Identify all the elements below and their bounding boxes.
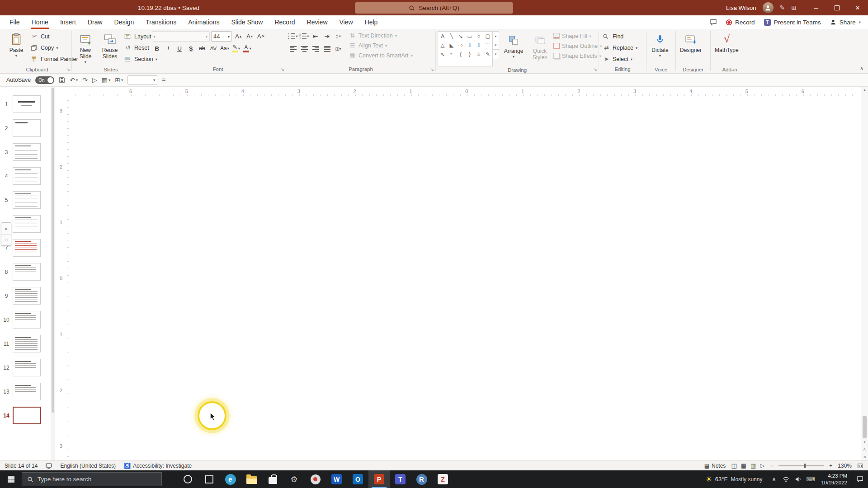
align-left-button[interactable] [288, 44, 298, 54]
text-direction-button[interactable]: ⇅Text Direction▾ [349, 31, 413, 40]
zoom-slider[interactable] [778, 465, 824, 466]
taskbar-rstudio[interactable]: R [411, 470, 432, 488]
shape-icon[interactable]: ▭ [465, 32, 474, 41]
tab-help[interactable]: Help [359, 15, 384, 29]
fit-to-window-icon[interactable] [857, 463, 863, 469]
slide-thumbnail[interactable] [13, 119, 41, 137]
shape-icon[interactable]: ↘ [456, 32, 465, 41]
slide-thumbnail[interactable] [13, 215, 41, 233]
slide-thumbnail[interactable] [13, 167, 41, 185]
numbering-button[interactable]: ▾ [299, 31, 309, 41]
tab-transitions[interactable]: Transitions [140, 15, 182, 29]
normal-view-icon[interactable]: ◫ [731, 462, 736, 469]
search-box[interactable]: Search (Alt+Q) [355, 2, 513, 14]
scrollbar-thumb[interactable] [52, 88, 54, 413]
increase-font-size-button[interactable]: A▴ [233, 32, 243, 42]
ribbon-options-icon[interactable]: ⊞ [791, 4, 797, 11]
shape-icon[interactable]: { [456, 50, 465, 59]
tab-record[interactable]: Record [269, 15, 301, 29]
gallery-more-icon[interactable]: ▾ [493, 49, 499, 59]
font-size-combo[interactable]: 44▾ [211, 31, 232, 42]
slide-canvas[interactable] [71, 98, 861, 460]
taskbar-zotero[interactable]: Z [432, 470, 453, 488]
shape-icon[interactable]: ✎ [483, 50, 492, 59]
taskbar-cortana[interactable] [177, 470, 198, 488]
slide-thumbnail[interactable] [13, 311, 41, 328]
volume-icon[interactable] [792, 470, 804, 488]
comments-icon[interactable] [710, 19, 717, 26]
slide-thumbnail[interactable] [13, 95, 41, 113]
editing-mode-icon[interactable]: ✎ [780, 4, 785, 11]
shape-icon[interactable]: A [438, 32, 447, 41]
slide-thumbnail-row[interactable]: 11 [0, 332, 55, 356]
clock[interactable]: 4:23 PM 10/19/2022 [816, 473, 852, 486]
slide-thumbnail-row[interactable]: 13 [0, 380, 55, 404]
shape-icon[interactable]: } [465, 50, 474, 59]
tab-home[interactable]: Home [26, 15, 54, 29]
shape-icon[interactable]: ☆ [474, 50, 483, 59]
underline-button[interactable]: U [175, 43, 184, 53]
tab-draw[interactable]: Draw [82, 15, 108, 29]
slide-thumbnail[interactable] [13, 407, 41, 424]
align-center-button[interactable] [299, 44, 309, 54]
autosave-toggle[interactable]: On [35, 76, 54, 84]
slide-thumbnail-row[interactable]: 8 [0, 260, 55, 284]
undo-button[interactable]: ↶▾ [70, 76, 78, 84]
slide-thumbnail[interactable] [13, 263, 41, 281]
display-settings-icon[interactable] [46, 463, 52, 469]
touch-mouse-mode-icon[interactable]: = [162, 76, 165, 84]
scrollbar-thumb[interactable] [863, 416, 867, 438]
taskbar-settings[interactable]: ⚙ [283, 470, 305, 488]
slide-thumbnail-row[interactable]: 4 [0, 164, 55, 188]
style-combo[interactable]: ▾ [127, 75, 157, 84]
hidden-icons-chevron[interactable]: ∧ [768, 470, 780, 488]
gallery-down-icon[interactable]: ▾ [493, 41, 499, 50]
decrease-indent-button[interactable]: ⇤ [311, 31, 321, 41]
shape-icon[interactable]: ▢ [483, 32, 492, 41]
shape-icon[interactable]: ◣ [447, 41, 456, 50]
shape-icon[interactable]: ≈ [447, 50, 456, 59]
scroll-up-icon[interactable]: ▴ [863, 88, 865, 92]
strikethrough-button[interactable]: ab [197, 43, 207, 53]
tab-view[interactable]: View [334, 15, 359, 29]
notification-center-icon[interactable] [852, 470, 868, 488]
slide-thumbnail-row[interactable]: 12 [0, 356, 55, 380]
arrange-button[interactable]: Arrange ▾ [501, 31, 526, 66]
shape-icon[interactable]: ⇩ [465, 41, 474, 50]
avatar[interactable] [763, 2, 774, 13]
slide-thumbnail[interactable] [13, 383, 41, 400]
network-icon[interactable] [780, 470, 792, 488]
start-from-beginning-button[interactable]: ▷ [92, 76, 97, 84]
convert-to-smartart-button[interactable]: ▦Convert to SmartArt▾ [349, 51, 413, 60]
play-icon[interactable]: » [1, 223, 11, 234]
taskbar-file-explorer[interactable] [241, 470, 262, 488]
text-highlight-button[interactable]: ✎▾ [231, 43, 241, 53]
zoom-out-icon[interactable]: − [770, 463, 773, 469]
shape-icon[interactable]: ⇨ [456, 41, 465, 50]
taskbar-powerpoint[interactable]: P [368, 470, 390, 488]
share-button[interactable]: Share ▾ [830, 19, 861, 26]
shape-effects-button[interactable]: Shape Effects▾ [553, 52, 602, 60]
dialog-launcher-icon[interactable]: ↘ [594, 67, 597, 72]
record-button[interactable]: Record [726, 19, 755, 26]
dialog-launcher-icon[interactable]: ↘ [430, 67, 434, 72]
maximize-button[interactable] [826, 0, 847, 15]
taskbar-word[interactable]: W [326, 470, 347, 488]
reuse-slides-button[interactable]: Reuse Slides [98, 30, 122, 66]
vertical-scrollbar[interactable]: ▴ ▾ « « [861, 87, 868, 460]
character-spacing-button[interactable]: AV [208, 43, 218, 53]
taskbar-task-view[interactable] [198, 470, 220, 488]
decrease-font-size-button[interactable]: A▾ [245, 32, 255, 42]
dialog-launcher-icon[interactable]: ↘ [66, 67, 70, 72]
shape-icon[interactable]: ○ [474, 32, 483, 41]
slide-thumbnail-row[interactable]: 1 [0, 92, 55, 116]
align-text-button[interactable]: ☰Align Text▾ [349, 41, 413, 50]
shape-fill-button[interactable]: Shape Fill▾ [553, 32, 602, 40]
thumbnail-scrollbar[interactable] [51, 87, 55, 460]
tab-animations[interactable]: Animations [182, 15, 225, 29]
slide-thumbnail-row[interactable]: 5 [0, 188, 55, 212]
zoom-level[interactable]: 130% [838, 463, 852, 469]
paste-button[interactable]: Paste ▾ [5, 30, 28, 66]
shape-outline-button[interactable]: Shape Outline▾ [553, 42, 602, 50]
align-right-button[interactable] [311, 44, 321, 54]
